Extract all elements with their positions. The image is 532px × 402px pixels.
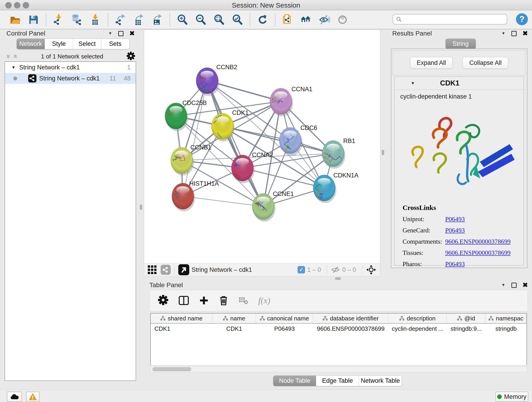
- tab-node-table[interactable]: Node Table: [273, 376, 316, 386]
- memory-button[interactable]: Memory: [495, 392, 528, 402]
- zoom-out-icon[interactable]: [195, 13, 207, 26]
- tab-network-table[interactable]: Network Table: [359, 376, 402, 386]
- birdseye-view-icon[interactable]: [178, 264, 189, 275]
- network-node-CCNE1[interactable]: [252, 193, 275, 222]
- save-session-icon[interactable]: [27, 13, 40, 26]
- show-graphics-details-icon[interactable]: [336, 13, 349, 26]
- tab-string[interactable]: String: [446, 39, 476, 49]
- grid-mode-icon[interactable]: [148, 265, 157, 274]
- table-close-icon[interactable]: ✖: [523, 282, 528, 288]
- network-node-CDK1[interactable]: [207, 113, 234, 143]
- left-splitter-handle[interactable]: [140, 204, 142, 210]
- selected-nodes-checkbox[interactable]: ✓: [298, 266, 305, 274]
- table-horizontal-scrollbar[interactable]: [150, 366, 527, 372]
- crosslink-link[interactable]: P06493: [445, 260, 465, 268]
- network-node-CCNA2[interactable]: [231, 155, 254, 183]
- zoom-selected-icon[interactable]: [231, 13, 244, 26]
- column-header-canonical-name[interactable]: canonical name: [256, 313, 313, 323]
- open-session-icon[interactable]: [9, 13, 21, 26]
- table-float-icon[interactable]: [511, 283, 517, 288]
- network-edge[interactable]: [207, 81, 263, 206]
- tab-sets[interactable]: Sets: [101, 39, 129, 49]
- tab-network[interactable]: Network: [17, 39, 45, 49]
- network-collection-row[interactable]: ▼ String Network – cdk1 1: [5, 62, 136, 73]
- network-row-selected[interactable]: String Network – cdk1 11 48: [5, 73, 136, 84]
- crosslink-link[interactable]: P06493: [445, 227, 465, 234]
- table-cell[interactable]: stringdb:9...: [447, 325, 486, 332]
- column-header-@id[interactable]: @id: [447, 313, 486, 323]
- network-node-CDC25B[interactable]: [158, 103, 188, 131]
- column-header-description[interactable]: description: [388, 313, 447, 323]
- export-network-icon[interactable]: [114, 13, 127, 26]
- export-table-icon[interactable]: [133, 13, 145, 26]
- results-close-icon[interactable]: ✖: [523, 30, 528, 37]
- tab-select[interactable]: Select: [73, 39, 101, 49]
- table-cell[interactable]: CDK1: [151, 325, 212, 332]
- results-float-icon[interactable]: [511, 31, 517, 36]
- table-cell[interactable]: CDK1: [212, 325, 256, 332]
- hide-graphics-details-icon[interactable]: [318, 13, 331, 26]
- scrollbar-thumb[interactable]: [152, 367, 191, 371]
- toolbar-divider: [275, 13, 275, 26]
- expand-all-icon[interactable]: «: [12, 55, 19, 58]
- bottom-splitter-handle[interactable]: [335, 277, 341, 280]
- network-node-HIST1H1A[interactable]: [171, 183, 195, 211]
- tree-expander-icon[interactable]: ▼: [12, 65, 16, 70]
- panel-menu-icon[interactable]: ▼: [108, 31, 112, 36]
- network-edge[interactable]: [183, 81, 207, 196]
- network-node-CCNA1[interactable]: [266, 86, 293, 116]
- column-header-namespac[interactable]: namespac: [486, 313, 526, 323]
- fit-selected-crosshair-icon[interactable]: [366, 264, 376, 275]
- expand-all-button[interactable]: Expand All: [410, 57, 453, 69]
- crosslink-link[interactable]: P06493: [445, 216, 465, 223]
- network-node-CCNB1[interactable]: [170, 147, 194, 176]
- table-cell[interactable]: stringdb: [486, 325, 526, 332]
- tab-edge-table[interactable]: Edge Table: [316, 376, 359, 386]
- network-view-share-icon[interactable]: [161, 265, 171, 275]
- table-row[interactable]: CDK1CDK1P064939606.ENSP00000378699cyclin…: [151, 324, 526, 334]
- network-graph[interactable]: CCNB2CCNA1CDC25BCDK1CDC6RB1CCNB1CCNA2CDK…: [144, 30, 380, 263]
- zoom-fit-icon[interactable]: [213, 13, 225, 26]
- delete-trash-icon[interactable]: [219, 295, 228, 306]
- column-header-shared-name[interactable]: shared name: [151, 313, 212, 323]
- close-panel-icon[interactable]: ✖: [129, 30, 135, 37]
- import-network-from-database-icon[interactable]: [71, 13, 83, 26]
- protein-expander-icon[interactable]: ▼: [411, 81, 415, 86]
- neighbors-houses-icon[interactable]: [300, 13, 312, 26]
- help-icon[interactable]: ?: [516, 13, 528, 25]
- warning-status-button[interactable]: [26, 392, 39, 402]
- add-row-plus-icon[interactable]: [199, 296, 209, 305]
- zoom-in-icon[interactable]: [176, 13, 189, 26]
- network-node-CDKN1A[interactable]: [312, 175, 336, 203]
- import-network-from-file-icon[interactable]: [52, 13, 65, 26]
- table-cell[interactable]: P06493: [256, 325, 313, 332]
- network-node-RB1[interactable]: [318, 140, 345, 169]
- refresh-icon[interactable]: [256, 13, 269, 26]
- create-column-icon[interactable]: [178, 296, 189, 305]
- search-input[interactable]: [402, 16, 501, 23]
- network-options-gear-icon[interactable]: [127, 51, 135, 61]
- table-cell[interactable]: 9606.ENSP00000378699: [313, 325, 388, 332]
- table-menu-icon[interactable]: ▼: [501, 283, 505, 287]
- crosslink-link[interactable]: 9606.ENSP00000378699: [445, 249, 510, 256]
- table-cell[interactable]: cyclin-dependent ...: [388, 325, 447, 332]
- network-node-CDC6[interactable]: [277, 128, 302, 156]
- network-node-CCNB2[interactable]: [196, 68, 219, 96]
- crosslink-link[interactable]: 9606.ENSP00000378699: [445, 238, 510, 245]
- protein-card-header[interactable]: ▼ CDK1: [395, 77, 524, 90]
- collapse-all-button[interactable]: Collapse All: [462, 57, 508, 69]
- collapse-all-icon[interactable]: »: [5, 55, 12, 58]
- column-header-name[interactable]: name: [212, 313, 256, 323]
- table-settings-gear-icon[interactable]: [158, 295, 168, 306]
- float-panel-icon[interactable]: [118, 31, 123, 36]
- network-canvas[interactable]: CCNB2CCNA1CDC25BCDK1CDC6RB1CCNB1CCNA2CDK…: [144, 29, 380, 264]
- results-menu-icon[interactable]: ▼: [501, 31, 505, 36]
- cloud-status-button[interactable]: [7, 392, 22, 402]
- import-table-icon[interactable]: [89, 13, 101, 26]
- share-document-icon[interactable]: [282, 13, 294, 26]
- column-header-database-identifier[interactable]: database identifier: [313, 313, 388, 323]
- tab-style[interactable]: Style: [45, 39, 73, 49]
- right-splitter-handle[interactable]: [382, 150, 384, 155]
- export-image-icon[interactable]: [151, 13, 163, 26]
- network-view-title: String Network – cdk1: [191, 266, 252, 274]
